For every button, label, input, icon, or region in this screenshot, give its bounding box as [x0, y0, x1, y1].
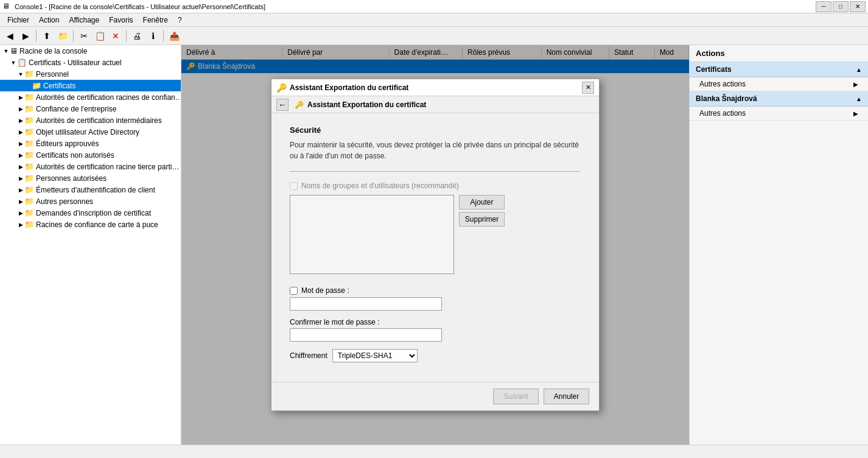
- tree-toggle: ▼: [2, 48, 10, 54]
- tree-toggle: ▶: [17, 175, 24, 181]
- toolbar: ◀ ▶ ⬆ 📁 ✂ 📋 ✕ 🖨 ℹ 📤: [0, 27, 868, 45]
- maximize-button[interactable]: □: [833, 1, 849, 12]
- tree-item-racine[interactable]: ▼ 🖥 Racine de la console: [0, 45, 181, 57]
- modal-section-title: Sécurité: [290, 125, 581, 135]
- menu-help[interactable]: ?: [173, 15, 187, 26]
- toolbar-up[interactable]: ⬆: [40, 29, 54, 43]
- title-bar-controls: ─ □ ✕: [816, 1, 866, 12]
- remove-button[interactable]: Supprimer: [459, 212, 505, 227]
- folder-icon: 📁: [24, 69, 34, 79]
- confirm-password-group: Confirmer le mot de passe :: [290, 318, 581, 342]
- status-bar: [0, 445, 868, 458]
- menu-favoris[interactable]: Favoris: [104, 15, 138, 26]
- tree-toggle: ▶: [17, 222, 24, 228]
- folder-icon: 📁: [24, 127, 34, 136]
- toolbar-sep-3: [126, 30, 127, 42]
- tree-item-non-autorises[interactable]: ▶ 📁 Certificats non autorisés: [0, 149, 181, 161]
- tree-item-autres-personnes[interactable]: ▶ 📁 Autres personnes: [0, 196, 181, 207]
- toolbar-cut[interactable]: ✂: [77, 29, 91, 43]
- folder-icon: 📁: [24, 174, 34, 183]
- menu-affichage[interactable]: Affichage: [64, 15, 104, 26]
- cipher-group: Chiffrement TripleDES-SHA1 AES256-SHA256: [290, 349, 581, 362]
- cancel-button[interactable]: Annuler: [544, 389, 589, 404]
- tree-item-auth-racines[interactable]: ▶ 📁 Autorités de certification racines d…: [0, 91, 181, 103]
- password-checkbox[interactable]: [290, 287, 298, 295]
- modal-dialog: 🔑 Assistant Exportation du certificat ✕ …: [271, 79, 600, 411]
- tree-item-editeurs[interactable]: ▶ 📁 Éditeurs approuvés: [0, 138, 181, 149]
- toolbar-delete[interactable]: ✕: [108, 29, 123, 43]
- tree-label: Certificats: [43, 82, 75, 90]
- modal-back-button[interactable]: ←: [276, 99, 289, 111]
- tree-item-active-directory[interactable]: ▶ 📁 Objet utilisateur Active Directory: [0, 126, 181, 138]
- toolbar-back[interactable]: ◀: [2, 29, 17, 43]
- tree-item-demandes-inscription[interactable]: ▶ 📁 Demandes d'inscription de certificat: [0, 207, 181, 219]
- actions-item-autres-actions-2[interactable]: Autres actions ▶: [690, 107, 868, 121]
- close-button[interactable]: ✕: [850, 1, 866, 12]
- modal-overlay: 🔑 Assistant Exportation du certificat ✕ …: [181, 45, 689, 445]
- confirm-password-input[interactable]: [290, 328, 442, 342]
- tree-toggle: ▶: [17, 199, 24, 205]
- folder-icon: 📁: [24, 162, 34, 171]
- chevron-right-icon-2: ▶: [853, 110, 858, 117]
- actions-header: Actions: [690, 45, 868, 62]
- toolbar-forward[interactable]: ▶: [18, 29, 33, 43]
- menu-bar: Fichier Action Affichage Favoris Fenêtre…: [0, 13, 868, 27]
- tree-toggle: ▶: [17, 152, 24, 158]
- tree-label: Éditeurs approuvés: [36, 139, 99, 148]
- users-list-wrapper: Ajouter Supprimer: [290, 195, 581, 279]
- cipher-select[interactable]: TripleDES-SHA1 AES256-SHA256: [332, 349, 418, 362]
- tree-toggle: ▶: [17, 106, 24, 112]
- tree-label: Personnes autorisées: [36, 174, 107, 183]
- tree-item-cartes-puce[interactable]: ▶ 📁 Racines de confiance de carte à puce: [0, 219, 181, 230]
- confirm-password-label: Confirmer le mot de passe :: [290, 318, 581, 326]
- computer-icon: 🖥: [10, 46, 18, 55]
- menu-fenetre[interactable]: Fenêtre: [138, 15, 173, 26]
- modal-title-text: Assistant Exportation du certificat: [290, 83, 582, 92]
- add-button[interactable]: Ajouter: [459, 195, 505, 210]
- users-groups-checkbox-label: Noms de groupes et d'utilisateurs (recom…: [290, 181, 581, 190]
- tree-label: Certificats non autorisés: [36, 151, 114, 160]
- tree-label: Objet utilisateur Active Directory: [36, 128, 139, 136]
- folder-icon: 📁: [32, 81, 41, 90]
- folder-icon: 📁: [24, 220, 34, 229]
- toolbar-info[interactable]: ℹ: [145, 29, 160, 43]
- menu-action[interactable]: Action: [34, 15, 64, 26]
- tree-item-certificats-user[interactable]: ▼ 📋 Certificats - Utilisateur actuel: [0, 57, 181, 68]
- actions-section-certificats-label: Certificats: [696, 65, 732, 74]
- password-input[interactable]: [290, 297, 442, 311]
- tree-panel: ▼ 🖥 Racine de la console ▼ 📋 Certificats…: [0, 45, 181, 445]
- actions-section-blanka[interactable]: Blanka Šnajdrová ▲: [690, 91, 868, 107]
- folder-icon: 📁: [24, 139, 34, 148]
- tree-item-emetteurs[interactable]: ▶ 📁 Émetteurs d'authentification de clie…: [0, 184, 181, 196]
- tree-item-certificats[interactable]: 📁 Certificats: [0, 80, 181, 91]
- actions-item-autres-actions-1[interactable]: Autres actions ▶: [690, 77, 868, 91]
- chevron-right-icon: ▶: [853, 81, 858, 88]
- minimize-button[interactable]: ─: [816, 1, 831, 12]
- tree-label: Autorités de certification racines de co…: [36, 93, 181, 102]
- tree-item-auth-tierce[interactable]: ▶ 📁 Autorités de certification racine ti…: [0, 161, 181, 172]
- next-button[interactable]: Suivant: [493, 389, 539, 404]
- tree-item-confiance-entreprise[interactable]: ▶ 📁 Confiance de l'entreprise: [0, 103, 181, 114]
- tree-item-personnel[interactable]: ▼ 📁 Personnel: [0, 68, 181, 80]
- modal-title-icon: 🔑: [276, 83, 286, 93]
- toolbar-copy[interactable]: 📋: [93, 29, 107, 43]
- toolbar-export[interactable]: 📤: [167, 29, 181, 43]
- tree-item-auth-intermediaires[interactable]: ▶ 📁 Autorités de certification intermédi…: [0, 114, 181, 126]
- password-label: Mot de passe :: [301, 286, 349, 295]
- modal-close-button[interactable]: ✕: [582, 82, 594, 94]
- actions-section-certificats[interactable]: Certificats ▲: [690, 62, 868, 77]
- folder-icon: 📁: [24, 208, 34, 217]
- folder-icon: 📁: [24, 197, 34, 206]
- toolbar-folder[interactable]: 📁: [55, 29, 70, 43]
- center-panel: Délivré à Délivré par Date d'expirati… R…: [181, 45, 689, 445]
- toolbar-print[interactable]: 🖨: [130, 29, 144, 43]
- tree-label: Demandes d'inscription de certificat: [36, 209, 151, 217]
- menu-fichier[interactable]: Fichier: [2, 15, 34, 26]
- cert-icon: 📋: [17, 58, 27, 67]
- toolbar-sep-4: [163, 30, 164, 42]
- tree-item-personnes-autorisees[interactable]: ▶ 📁 Personnes autorisées: [0, 172, 181, 184]
- users-groups-checkbox[interactable]: [290, 182, 298, 190]
- modal-wizard-title: 🔑 Assistant Exportation du certificat: [295, 100, 426, 109]
- tree-label: Racine de la console: [19, 47, 87, 55]
- tree-toggle: ▶: [17, 141, 24, 147]
